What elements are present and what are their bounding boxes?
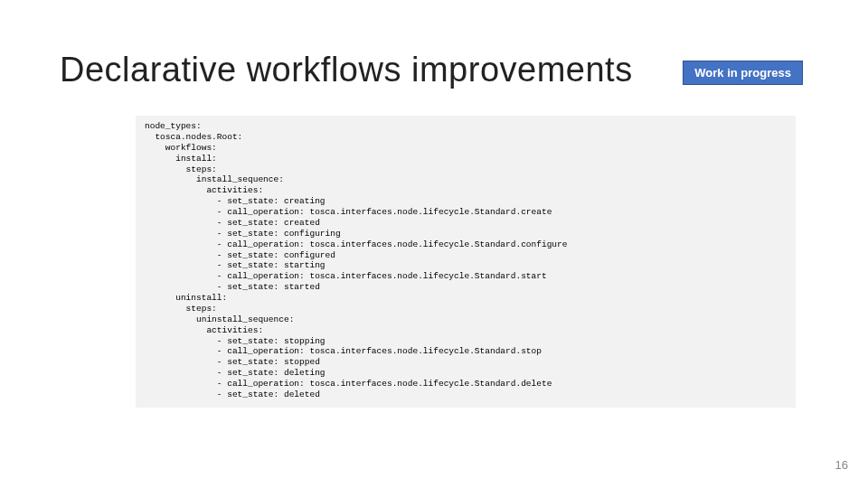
page-number: 16 xyxy=(835,458,848,472)
page-title: Declarative workflows improvements xyxy=(60,51,633,89)
status-badge: Work in progress xyxy=(683,61,803,85)
slide: Declarative workflows improvements Work … xyxy=(0,0,868,488)
code-block: node_types: tosca.nodes.Root: workflows:… xyxy=(136,116,796,408)
